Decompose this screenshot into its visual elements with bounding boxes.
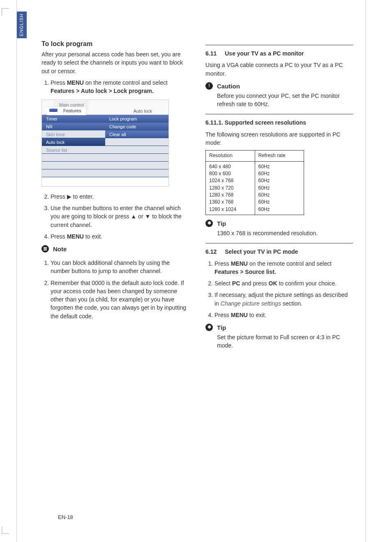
section-6-11-1-heading: 6.11.1. Supported screen resolutions (205, 118, 353, 127)
osd-left-col: Timer NR Skin tone Auto lock Source list (42, 115, 105, 177)
tip-title: Tip (217, 323, 353, 332)
divider (205, 243, 353, 243)
osd-right-col: Lock program Change code Clear all (105, 115, 168, 177)
caution-icon: ! (205, 82, 213, 90)
osd-left-item-selected: Auto lock (42, 138, 105, 146)
osd-left-item: Source list (42, 146, 105, 154)
divider (205, 45, 353, 45)
table-header-resolution: Resolution (206, 151, 255, 161)
osd-right-item (105, 169, 168, 177)
step-3: Use the number buttons to enter the chan… (51, 204, 189, 229)
tip-callout-1: ✱ Tip 1360 x 768 is recommended resoluti… (205, 219, 353, 237)
osd-head-right: Auto lock (134, 108, 152, 115)
lock-steps-1: Press MENU on the remote control and sel… (42, 79, 189, 95)
pc-step-4: Press MENU to exit. (214, 311, 353, 319)
caution-callout: ! Caution Before you connect your PC, se… (205, 82, 353, 108)
osd-left-item: Timer (42, 115, 105, 123)
osd-left-item: NR (42, 123, 105, 130)
note-list: You can block additional channels by usi… (42, 259, 189, 320)
note-item-2: Remember that 0000 is the default auto l… (51, 279, 189, 320)
section-6-11-heading: 6.11 Use your TV as a PC monitor (205, 49, 353, 58)
table-cell: 60Hz 60Hz 60Hz 60Hz 60Hz 60Hz 60Hz (255, 161, 304, 215)
section-6-12-heading: 6.12 Select your TV in PC mode (205, 248, 353, 256)
caution-body: Before you connect your PC, set the PC m… (217, 92, 353, 109)
svg-rect-1 (44, 248, 47, 249)
step-1: Press MENU on the remote control and sel… (51, 79, 189, 95)
svg-rect-2 (44, 250, 47, 250)
pc-step-1: Press MENU on the remote control and sel… (214, 259, 353, 276)
osd-right-item: Clear all (105, 130, 168, 138)
osd-tab-features: Features (47, 107, 86, 115)
down-arrow-icon: ▼ (145, 213, 150, 220)
table-header-refresh: Refresh rate (255, 151, 304, 161)
left-title: To lock program (42, 39, 189, 49)
osd-right-item (105, 138, 168, 146)
tip-body: Set the picture format to Full screen or… (217, 333, 353, 350)
note-item-1: You can block additional channels by usi… (51, 259, 189, 276)
osd-left-item (42, 169, 105, 177)
tip-icon: ✱ (205, 324, 213, 331)
osd-right-item (105, 162, 168, 169)
osd-right-item: Lock program (105, 115, 168, 123)
tip-icon: ✱ (205, 220, 213, 227)
crop-mark-bottom-left (2, 526, 9, 534)
resolution-table: Resolution Refresh rate 640 x 480 800 x … (205, 150, 304, 215)
pc-mode-steps: Press MENU on the remote control and sel… (205, 259, 353, 320)
pc-step-3: If necessary, adjust the picture setting… (214, 291, 353, 308)
page-content: ENGLISH To lock program After your perso… (16, 0, 366, 542)
tip-body: 1360 x 768 is recommended resolution. (217, 229, 353, 237)
pc-step-2: Select PC and press OK to confirm your c… (214, 279, 353, 287)
note-icon (42, 245, 49, 252)
note-callout: Note (42, 245, 189, 255)
step-4: Press MENU to exit. (51, 232, 189, 241)
divider (205, 114, 353, 114)
left-column: To lock program After your personal acce… (42, 39, 189, 354)
left-intro: After your personal access code has been… (42, 50, 189, 75)
lock-steps-2: Press ▶ to enter. Use the number buttons… (42, 192, 189, 241)
tip-title: Tip (217, 219, 353, 228)
osd-right-item: Change code (105, 123, 168, 130)
osd-right-item (105, 154, 168, 162)
note-title: Note (53, 245, 189, 254)
step-2: Press ▶ to enter. (51, 192, 189, 201)
crop-mark-top-left (2, 8, 9, 16)
up-arrow-icon: ▲ (131, 213, 136, 220)
osd-left-item (42, 162, 105, 169)
svg-rect-0 (44, 247, 47, 248)
caution-title: Caution (217, 82, 353, 91)
section-6-11-1-body: The following screen resolutions are sup… (205, 130, 353, 147)
page-number: EN-18 (58, 514, 73, 521)
osd-left-item (42, 154, 105, 162)
tip-callout-2: ✱ Tip Set the picture format to Full scr… (205, 323, 353, 350)
osd-right-item (105, 146, 168, 154)
osd-menu: Main control Features Auto lock Timer NR… (42, 100, 169, 187)
right-column: 6.11 Use your TV as a PC monitor Using a… (205, 39, 353, 354)
osd-left-item: Skin tone (42, 130, 105, 138)
table-cell: 640 x 480 800 x 600 1024 x 768 1280 x 72… (206, 161, 255, 215)
right-arrow-icon: ▶ (67, 193, 71, 200)
language-tab: ENGLISH (17, 12, 27, 38)
section-6-11-body: Using a VGA cable connects a PC to your … (205, 61, 353, 78)
